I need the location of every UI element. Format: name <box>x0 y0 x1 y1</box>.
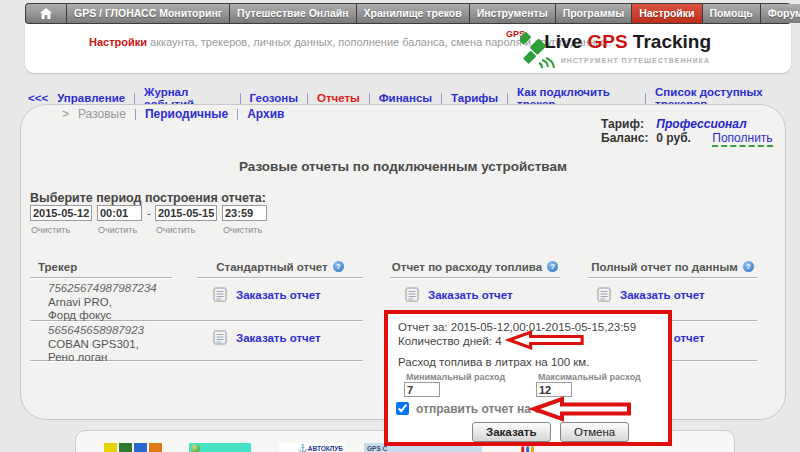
divider <box>135 109 136 120</box>
tracker-device: Arnavi PRO, <box>48 296 157 310</box>
order-button[interactable]: Заказать <box>472 422 551 442</box>
col-header-standard-label: Стандартный отчет <box>216 261 327 273</box>
subnav-management[interactable]: Управление <box>57 92 125 104</box>
fuel-consumption-line: Расход топлива в литрах на 100 км. <box>398 356 589 368</box>
info-icon[interactable]: ? <box>743 261 754 272</box>
tariff-row: Тариф: Профессионал <box>601 117 773 131</box>
logo-gps: GPS <box>587 31 627 52</box>
order-standard-row2: Заказать отчет <box>213 330 321 345</box>
row-separator <box>197 320 363 321</box>
tab-archive[interactable]: Архив <box>247 107 284 121</box>
cancel-button[interactable]: Отмена <box>560 422 629 442</box>
range-dash: - <box>147 207 151 219</box>
col-header-tracker: Трекер <box>30 256 172 278</box>
nav-help[interactable]: Помощь <box>703 4 760 23</box>
divider <box>369 93 370 104</box>
order-report-link[interactable]: Заказать отчет <box>428 289 513 301</box>
tab-periodic[interactable]: Периодичные <box>145 107 228 121</box>
divider <box>240 93 241 104</box>
time-to-input[interactable] <box>222 205 267 221</box>
col-header-full-label: Полный отчет по данным <box>591 261 738 273</box>
balance-label: Баланс: <box>601 131 653 145</box>
info-icon[interactable]: ? <box>547 261 558 272</box>
gps-tracking-app: GPS / ГЛОНАСС Мониторинг Путешествие Онл… <box>0 0 800 452</box>
order-standard-row1: Заказать отчет <box>213 287 321 302</box>
tracker-info-row2: 565645658987923 COBAN GPS301, Рено логан <box>48 324 144 365</box>
divider <box>307 93 308 104</box>
row-separator <box>197 360 363 361</box>
order-report-link[interactable]: Заказать отчет <box>236 289 321 301</box>
max-consumption-input[interactable] <box>536 382 572 397</box>
send-email-checkbox[interactable] <box>396 402 409 415</box>
col-header-fuel-label: Отчет по расходу топлива <box>392 261 542 273</box>
nav-track-storage[interactable]: Хранилище треков <box>357 4 469 23</box>
nav-programs[interactable]: Программы <box>556 4 632 23</box>
subnav-reports[interactable]: Отчеты <box>317 92 360 104</box>
home-button[interactable] <box>26 4 66 23</box>
nav-monitoring[interactable]: GPS / ГЛОНАСС Мониторинг <box>67 4 229 23</box>
banner-tile-yellow <box>104 443 117 452</box>
info-icon[interactable]: ? <box>333 261 344 272</box>
banner-tile-green <box>119 443 132 452</box>
tariff-value: Профессионал <box>656 117 746 131</box>
clear-time-from-link[interactable]: Очистить <box>98 225 137 235</box>
globe-icon <box>191 444 200 452</box>
logo-live: Live <box>544 31 587 52</box>
min-consumption-label: Минимальный расход <box>406 372 505 382</box>
date-from-input[interactable] <box>30 205 92 221</box>
tab-onetime-current: Разовые <box>78 107 126 121</box>
col-header-fuel-report: Отчет по расходу топлива ? <box>390 256 560 278</box>
top-navigation-bar: GPS / ГЛОНАСС Мониторинг Путешествие Онл… <box>25 3 791 24</box>
page-title: Разовые отчеты по подключенным устройств… <box>20 159 786 174</box>
autoclub-label: АВТОКЛУБ <box>308 445 343 452</box>
subnav-geozones[interactable]: Геозоны <box>250 92 298 104</box>
days-count-line: Количество дней: 4 <box>398 335 502 347</box>
header-banner: Настройки аккаунта, трекеров, личных дан… <box>25 24 791 73</box>
partner-banner-1[interactable] <box>104 443 164 452</box>
clear-time-to-link[interactable]: Очистить <box>223 225 262 235</box>
red-arrow-annotation <box>526 396 638 422</box>
report-document-icon <box>405 287 419 302</box>
nav-travel-online[interactable]: Путешествие Онлайн <box>230 4 355 23</box>
min-consumption-input[interactable] <box>404 382 440 397</box>
divider <box>134 93 135 104</box>
nav-tools[interactable]: Инструменты <box>470 4 555 23</box>
time-from-input[interactable] <box>97 205 142 221</box>
order-full-row1: Заказать отчет <box>597 287 705 302</box>
tab-marker: > <box>62 107 69 121</box>
topup-link[interactable]: Пополнить <box>712 131 772 147</box>
clear-date-to-link[interactable]: Очистить <box>156 225 195 235</box>
logo-title: Live GPS Tracking <box>544 31 711 53</box>
partner-banner-autoclub[interactable]: ⚓АВТОКЛУБ <box>279 443 345 452</box>
fuel-report-dialog: Отчет за: 2015-05-12,00:01-2015-05-15,23… <box>384 310 672 446</box>
banner-tile-orange <box>149 443 162 452</box>
period-label: Выберите период построения отчета: <box>30 191 266 205</box>
tariff-label: Тариф: <box>601 117 653 131</box>
partner-banner-2[interactable] <box>189 443 251 452</box>
tracker-vehicle: Рено логан <box>48 351 144 365</box>
report-document-icon <box>213 330 227 345</box>
logo-tracking: Tracking <box>628 31 711 52</box>
order-report-link[interactable]: Заказать отчет <box>236 332 321 344</box>
tracker-info-row1: 75625674987987234 Arnavi PRO, Форд фокус <box>48 282 157 323</box>
subnav-tariffs[interactable]: Тарифы <box>451 92 498 104</box>
gps-banner-label: GPS C <box>367 445 387 452</box>
logo-subtitle: ИНСТРУМЕНТ ПУТЕШЕСТВЕННИКА <box>561 57 710 64</box>
nav-forum[interactable]: Форум <box>761 4 800 23</box>
subnav-back-link[interactable]: <<< <box>28 92 48 104</box>
col-header-standard-report: Стандартный отчет ? <box>197 256 363 278</box>
clear-date-from-link[interactable]: Очистить <box>31 225 70 235</box>
subnav-finance[interactable]: Финансы <box>379 92 432 104</box>
order-report-link[interactable]: Заказать отчет <box>620 289 705 301</box>
nav-settings[interactable]: Настройки <box>632 4 701 23</box>
divider <box>645 93 646 104</box>
banner-tile-blue <box>134 443 147 452</box>
tracker-vehicle: Форд фокус <box>48 309 157 323</box>
home-icon <box>40 8 52 19</box>
balance-value: 0 руб. <box>656 131 691 145</box>
divider <box>507 93 508 104</box>
red-arrow-annotation <box>500 330 592 350</box>
date-to-input[interactable] <box>155 205 217 221</box>
autoclub-icon: ⚓ <box>298 444 308 452</box>
max-consumption-label: Максимальный расход <box>538 372 641 382</box>
